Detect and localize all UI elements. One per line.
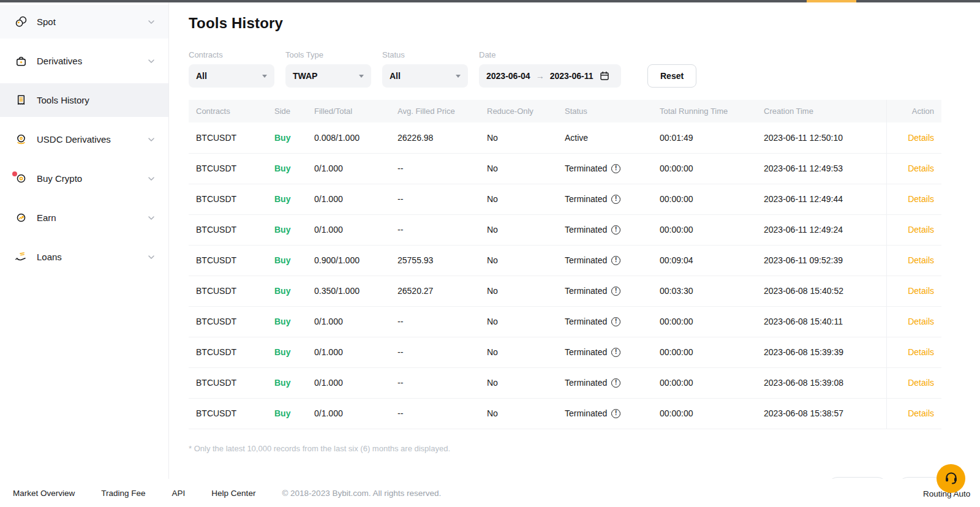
cell-filled-total: 0/1.000 xyxy=(307,398,390,429)
status-text: Terminated xyxy=(565,163,607,173)
copyright-text: © 2018-2023 Bybit.com. All rights reserv… xyxy=(282,489,441,498)
page-title: Tools History xyxy=(189,15,941,32)
cell-side: Buy xyxy=(267,276,307,306)
cell-status: Terminated xyxy=(557,214,652,245)
footer-link-market-overview[interactable]: Market Overview xyxy=(13,489,75,498)
filter-bar: Contracts All Tools Type TWAP Status All… xyxy=(189,50,941,88)
details-link[interactable]: Details xyxy=(908,317,934,326)
sidebar-item-tools-history[interactable]: Tools History xyxy=(0,83,168,117)
table-row: BTCUSDT Buy 0.350/1.000 26520.27 No Term… xyxy=(189,276,941,306)
info-icon[interactable] xyxy=(611,164,620,173)
main-content: Tools History Contracts All Tools Type T… xyxy=(189,15,941,453)
cell-reduce-only: No xyxy=(480,276,557,306)
cell-total-running-time: 00:00:00 xyxy=(652,367,756,398)
column-header: Total Running Time xyxy=(652,100,756,122)
cell-creation-time: 2023-06-08 15:38:57 xyxy=(756,398,886,429)
tools-type-select-value: TWAP xyxy=(293,71,317,81)
status-text: Terminated xyxy=(565,286,607,296)
cell-reduce-only: No xyxy=(480,122,557,153)
caret-down-icon xyxy=(359,75,364,78)
info-icon[interactable] xyxy=(611,195,620,204)
details-link[interactable]: Details xyxy=(908,378,934,388)
details-link[interactable]: Details xyxy=(908,225,934,235)
info-icon[interactable] xyxy=(611,287,620,296)
status-select[interactable]: All xyxy=(382,64,468,88)
cell-creation-time: 2023-06-11 09:52:39 xyxy=(756,245,886,276)
column-header: Side xyxy=(267,100,307,122)
status-text: Terminated xyxy=(565,194,607,204)
cell-avg-filled-price: -- xyxy=(390,398,480,429)
table-row: BTCUSDT Buy 0/1.000 -- No Terminated 00:… xyxy=(189,306,941,337)
table-row: BTCUSDT Buy 0/1.000 -- No Terminated 00:… xyxy=(189,153,941,184)
status-text: Terminated xyxy=(565,347,607,357)
sidebar-item-derivatives[interactable]: Derivatives xyxy=(0,44,168,78)
cell-avg-filled-price: 25755.93 xyxy=(390,245,480,276)
info-icon[interactable] xyxy=(611,409,620,418)
cell-side: Buy xyxy=(267,306,307,337)
footer-links: Market OverviewTrading FeeAPIHelp Center xyxy=(13,489,255,498)
footer-link-api[interactable]: API xyxy=(172,489,186,498)
info-icon[interactable] xyxy=(611,256,620,265)
contracts-filter: Contracts All xyxy=(189,50,274,88)
cell-avg-filled-price: -- xyxy=(390,306,480,337)
details-link[interactable]: Details xyxy=(908,133,934,143)
sidebar-item-usdc-derivatives[interactable]: USDC Derivatives xyxy=(0,122,168,156)
cell-side: Buy xyxy=(267,337,307,367)
cell-filled-total: 0/1.000 xyxy=(307,367,390,398)
sidebar-item-spot[interactable]: Spot xyxy=(0,5,168,39)
reset-button[interactable]: Reset xyxy=(647,64,696,88)
cell-reduce-only: No xyxy=(480,398,557,429)
cell-contracts: BTCUSDT xyxy=(189,398,267,429)
cell-avg-filled-price: -- xyxy=(390,214,480,245)
cell-action: Details xyxy=(886,337,941,367)
sidebar-item-buy-crypto[interactable]: Buy Crypto xyxy=(0,162,168,195)
earn-icon xyxy=(13,211,28,225)
details-link[interactable]: Details xyxy=(908,194,934,204)
cell-avg-filled-price: 26520.27 xyxy=(390,276,480,306)
cell-filled-total: 0.008/1.000 xyxy=(307,122,390,153)
records-footnote: * Only the latest 10,000 records from th… xyxy=(189,444,941,453)
status-text: Terminated xyxy=(565,225,607,235)
cell-reduce-only: No xyxy=(480,367,557,398)
cell-reduce-only: No xyxy=(480,306,557,337)
cell-reduce-only: No xyxy=(480,153,557,184)
cell-reduce-only: No xyxy=(480,245,557,276)
cell-total-running-time: 00:01:49 xyxy=(652,122,756,153)
table-header-row: ContractsSideFilled/TotalAvg. Filled Pri… xyxy=(189,100,941,122)
details-link[interactable]: Details xyxy=(908,408,934,418)
table-row: BTCUSDT Buy 0/1.000 -- No Terminated 00:… xyxy=(189,214,941,245)
cell-total-running-time: 00:00:00 xyxy=(652,398,756,429)
cell-creation-time: 2023-06-11 12:50:10 xyxy=(756,122,886,153)
chevron-down-icon xyxy=(148,137,155,142)
details-link[interactable]: Details xyxy=(908,286,934,296)
date-filter: Date 2023-06-04 → 2023-06-11 xyxy=(479,50,621,88)
table-row: BTCUSDT Buy 0.900/1.000 25755.93 No Term… xyxy=(189,245,941,276)
tools-type-filter: Tools Type TWAP xyxy=(285,50,371,88)
cell-filled-total: 0/1.000 xyxy=(307,184,390,214)
date-range-picker[interactable]: 2023-06-04 → 2023-06-11 xyxy=(479,64,621,88)
info-icon[interactable] xyxy=(611,348,620,357)
cell-status: Terminated xyxy=(557,306,652,337)
info-icon[interactable] xyxy=(611,225,620,235)
cell-status: Terminated xyxy=(557,367,652,398)
support-chat-button[interactable] xyxy=(937,464,965,493)
cell-total-running-time: 00:09:04 xyxy=(652,245,756,276)
sidebar-item-loans[interactable]: Loans xyxy=(0,240,168,274)
cell-action: Details xyxy=(886,214,941,245)
details-link[interactable]: Details xyxy=(908,255,934,265)
cell-creation-time: 2023-06-08 15:40:11 xyxy=(756,306,886,337)
details-link[interactable]: Details xyxy=(908,347,934,357)
footer-link-trading-fee[interactable]: Trading Fee xyxy=(101,489,145,498)
cell-action: Details xyxy=(886,122,941,153)
cell-filled-total: 0/1.000 xyxy=(307,337,390,367)
footer-link-help-center[interactable]: Help Center xyxy=(211,489,255,498)
sidebar-item-earn[interactable]: Earn xyxy=(0,201,168,235)
contracts-select[interactable]: All xyxy=(189,64,274,88)
tools-type-select[interactable]: TWAP xyxy=(285,64,371,88)
info-icon[interactable] xyxy=(611,378,620,388)
info-icon[interactable] xyxy=(611,317,620,326)
status-text: Active xyxy=(565,133,588,143)
details-link[interactable]: Details xyxy=(908,163,934,173)
caret-down-icon xyxy=(456,75,461,78)
chevron-down-icon xyxy=(148,216,155,220)
